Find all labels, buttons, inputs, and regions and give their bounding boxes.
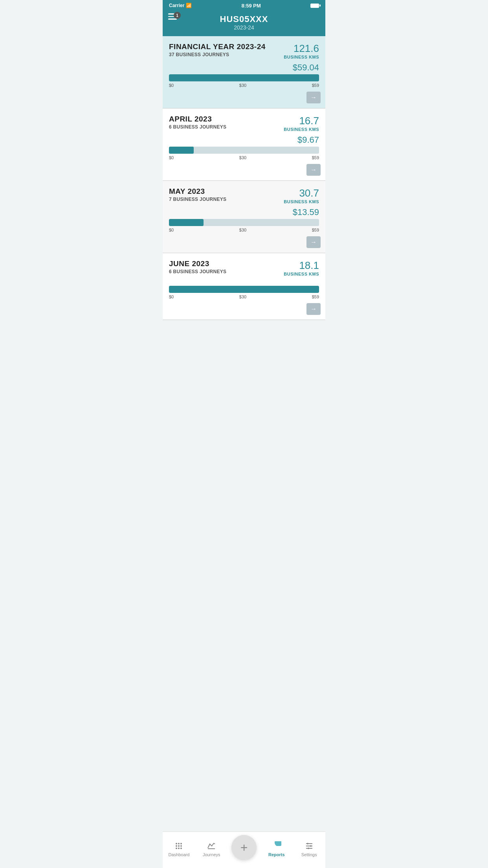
report-card-jun2023: JUNE 2023 6 BUSINESS JOURNEYS 18.1 BUSIN… (163, 253, 325, 320)
bar-container-fy2023: $0 $30 $59 (169, 74, 319, 88)
card-title-may2023: MAY 2023 (169, 187, 226, 196)
card-header-jun2023: JUNE 2023 6 BUSINESS JOURNEYS 18.1 BUSIN… (169, 259, 319, 276)
bar-label-0-may2023: $0 (169, 228, 174, 232)
card-title-group-jun2023: JUNE 2023 6 BUSINESS JOURNEYS (169, 259, 226, 274)
report-card-may2023: MAY 2023 7 BUSINESS JOURNEYS 30.7 BUSINE… (163, 181, 325, 253)
card-kms-value-may2023: 30.7 (284, 187, 319, 199)
card-title-group-fy2023: FINANCIAL YEAR 2023-24 37 BUSINESS JOURN… (169, 42, 266, 57)
progress-track-fy2023 (169, 74, 319, 81)
card-nav-arrow-may2023[interactable] (306, 236, 321, 248)
status-bar-left: Carrier 📶 (169, 3, 192, 8)
bar-label-2-may2023: $59 (312, 228, 319, 232)
card-header-fy2023: FINANCIAL YEAR 2023-24 37 BUSINESS JOURN… (169, 42, 319, 59)
card-kms-value-fy2023: 121.6 (284, 42, 319, 55)
bar-label-1-apr2023: $30 (239, 155, 246, 160)
card-kms-label-apr2023: BUSINESS KMS (284, 127, 319, 132)
card-title-group-apr2023: APRIL 2023 6 BUSINESS JOURNEYS (169, 115, 226, 130)
card-dollar-apr2023: $9.67 (169, 135, 319, 145)
card-title-group-may2023: MAY 2023 7 BUSINESS JOURNEYS (169, 187, 226, 202)
card-journeys-fy2023: 37 BUSINESS JOURNEYS (169, 52, 266, 57)
card-kms-label-fy2023: BUSINESS KMS (284, 55, 319, 59)
bar-label-0-fy2023: $0 (169, 83, 174, 88)
bar-label-0-apr2023: $0 (169, 155, 174, 160)
card-kms-label-may2023: BUSINESS KMS (284, 199, 319, 204)
bar-labels-jun2023: $0 $30 $59 (169, 294, 319, 299)
battery-icon (310, 4, 319, 8)
carrier-label: Carrier (169, 3, 184, 8)
report-card-apr2023: APRIL 2023 6 BUSINESS JOURNEYS 16.7 BUSI… (163, 108, 325, 181)
progress-fill-apr2023 (169, 147, 194, 154)
status-bar-time: 8:59 PM (242, 3, 261, 9)
card-kms-jun2023: 18.1 BUSINESS KMS (284, 259, 319, 276)
notification-badge: 1 (174, 12, 181, 19)
card-dollar-may2023: $13.59 (169, 207, 319, 217)
progress-fill-jun2023 (169, 286, 319, 293)
bar-label-1-jun2023: $30 (239, 294, 246, 299)
card-kms-apr2023: 16.7 BUSINESS KMS (284, 115, 319, 132)
progress-fill-fy2023 (169, 74, 319, 81)
bar-container-may2023: $0 $30 $59 (169, 219, 319, 232)
card-kms-may2023: 30.7 BUSINESS KMS (284, 187, 319, 204)
card-journeys-jun2023: 6 BUSINESS JOURNEYS (169, 269, 226, 274)
progress-fill-may2023 (169, 219, 204, 226)
card-nav-arrow-fy2023[interactable] (306, 92, 321, 103)
bar-container-jun2023: $0 $30 $59 (169, 286, 319, 299)
app-title: HUS05XXX (169, 14, 319, 24)
bar-labels-apr2023: $0 $30 $59 (169, 155, 319, 160)
status-bar-right (310, 4, 319, 8)
card-kms-value-apr2023: 16.7 (284, 115, 319, 127)
app-header: 1 HUS05XXX 2023-24 (163, 11, 325, 36)
bar-label-2-jun2023: $59 (312, 294, 319, 299)
bar-container-apr2023: $0 $30 $59 (169, 147, 319, 160)
bar-label-0-jun2023: $0 (169, 294, 174, 299)
card-nav-arrow-apr2023[interactable] (306, 164, 321, 176)
status-bar: Carrier 📶 8:59 PM (163, 0, 325, 11)
bar-label-2-fy2023: $59 (312, 83, 319, 88)
card-title-jun2023: JUNE 2023 (169, 259, 226, 268)
menu-bar-3 (168, 18, 177, 20)
bar-label-2-apr2023: $59 (312, 155, 319, 160)
main-content: FINANCIAL YEAR 2023-24 37 BUSINESS JOURN… (163, 36, 325, 351)
card-kms-value-jun2023: 18.1 (284, 259, 319, 272)
card-kms-fy2023: 121.6 BUSINESS KMS (284, 42, 319, 59)
card-kms-label-jun2023: BUSINESS KMS (284, 272, 319, 276)
progress-track-jun2023 (169, 286, 319, 293)
app-subtitle: 2023-24 (169, 24, 319, 31)
bar-label-1-may2023: $30 (239, 228, 246, 232)
card-title-fy2023: FINANCIAL YEAR 2023-24 (169, 42, 266, 51)
card-dollar-fy2023: $59.04 (169, 63, 319, 73)
bar-labels-fy2023: $0 $30 $59 (169, 83, 319, 88)
wifi-icon: 📶 (186, 3, 192, 8)
card-header-may2023: MAY 2023 7 BUSINESS JOURNEYS 30.7 BUSINE… (169, 187, 319, 204)
bar-labels-may2023: $0 $30 $59 (169, 228, 319, 232)
card-journeys-may2023: 7 BUSINESS JOURNEYS (169, 197, 226, 202)
card-journeys-apr2023: 6 BUSINESS JOURNEYS (169, 124, 226, 130)
card-nav-arrow-jun2023[interactable] (306, 303, 321, 315)
card-title-apr2023: APRIL 2023 (169, 115, 226, 123)
card-header-apr2023: APRIL 2023 6 BUSINESS JOURNEYS 16.7 BUSI… (169, 115, 319, 132)
progress-track-may2023 (169, 219, 319, 226)
report-card-fy2023: FINANCIAL YEAR 2023-24 37 BUSINESS JOURN… (163, 36, 325, 108)
bar-label-1-fy2023: $30 (239, 83, 246, 88)
progress-track-apr2023 (169, 147, 319, 154)
